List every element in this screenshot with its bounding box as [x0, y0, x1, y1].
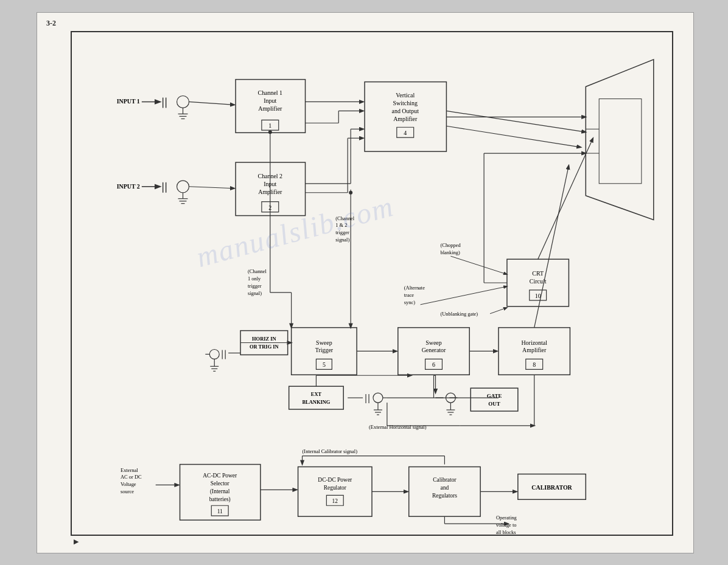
svg-text:source: source: [121, 488, 134, 494]
svg-text:voltage to: voltage to: [496, 522, 517, 528]
svg-text:trigger: trigger: [248, 283, 262, 289]
svg-line-70: [189, 102, 234, 105]
svg-text:and Output: and Output: [392, 108, 419, 114]
svg-text:Sweep: Sweep: [425, 339, 442, 346]
svg-text:8: 8: [533, 361, 536, 368]
svg-text:Operating: Operating: [496, 515, 517, 521]
svg-text:signal): signal): [248, 290, 262, 296]
svg-marker-57: [586, 60, 653, 220]
svg-text:Selector: Selector: [211, 480, 230, 487]
svg-point-75: [177, 181, 189, 193]
svg-text:and: and: [441, 485, 449, 491]
svg-rect-51: [409, 467, 480, 517]
svg-point-187: [268, 130, 272, 134]
svg-text:all blocks: all blocks: [496, 529, 516, 535]
svg-line-80: [189, 187, 234, 189]
svg-line-115: [421, 286, 507, 305]
svg-line-111: [450, 256, 507, 274]
svg-text:(Chopped: (Chopped: [440, 242, 461, 248]
diagram-area: manualslib.com Channel 1 Input Amplifier…: [71, 31, 673, 536]
svg-text:External: External: [121, 467, 138, 473]
svg-text:INPUT 2: INPUT 2: [117, 183, 140, 190]
svg-text:11: 11: [217, 508, 223, 515]
page: 3-2 Circuit Description—Type 422 AC-DC F…: [37, 12, 694, 553]
svg-text:BLANKING: BLANKING: [302, 399, 330, 405]
svg-text:1: 1: [268, 122, 271, 129]
svg-text:Amplifier: Amplifier: [258, 105, 282, 112]
svg-text:10: 10: [535, 293, 541, 299]
svg-text:4: 4: [404, 130, 407, 136]
svg-text:Regulators: Regulators: [432, 493, 457, 499]
svg-text:Calibrator: Calibrator: [433, 477, 457, 483]
svg-line-91: [446, 111, 586, 132]
svg-text:trace: trace: [404, 292, 415, 298]
svg-point-141: [373, 393, 383, 403]
svg-text:5: 5: [323, 361, 326, 368]
svg-text:AC-DC Power: AC-DC Power: [203, 473, 237, 479]
svg-rect-135: [289, 386, 344, 409]
svg-text:Trigger: Trigger: [315, 347, 334, 353]
svg-text:trigger: trigger: [335, 229, 349, 235]
svg-text:(External Horizontal signal): (External Horizontal signal): [369, 424, 427, 430]
svg-line-118: [538, 138, 593, 259]
svg-text:INPUT 1: INPUT 1: [117, 98, 140, 105]
svg-text:CRT: CRT: [532, 270, 544, 277]
svg-text:batteries): batteries): [209, 496, 231, 503]
svg-text:Horizontal: Horizontal: [521, 339, 547, 346]
svg-text:DC-DC Power: DC-DC Power: [318, 477, 352, 483]
block-diagram: Channel 1 Input Amplifier 1 Channel 2 In…: [72, 32, 672, 535]
svg-text:EXT: EXT: [311, 391, 322, 397]
svg-text:AC or DC: AC or DC: [121, 474, 142, 480]
svg-text:1 & 2: 1 & 2: [335, 222, 347, 228]
svg-text:OR TRIG IN: OR TRIG IN: [250, 344, 279, 350]
svg-text:Amplifier: Amplifier: [393, 116, 418, 122]
svg-text:Amplifier: Amplifier: [522, 347, 547, 353]
page-number: 3-2: [46, 19, 56, 28]
svg-text:Regulator: Regulator: [324, 485, 347, 491]
svg-text:(Internal: (Internal: [210, 488, 230, 495]
bottom-icon: ▶: [74, 538, 79, 546]
svg-text:Sweep: Sweep: [316, 339, 332, 346]
svg-line-108: [534, 165, 569, 328]
svg-text:12: 12: [332, 498, 338, 504]
svg-point-128: [209, 349, 219, 359]
svg-text:Voltage: Voltage: [121, 481, 136, 487]
svg-text:Channel 1: Channel 1: [258, 89, 283, 96]
svg-rect-149: [471, 388, 518, 411]
svg-line-92: [446, 126, 581, 147]
svg-text:CALIBRATOR: CALIBRATOR: [531, 484, 572, 491]
svg-text:sync): sync): [404, 299, 415, 305]
svg-text:Switching: Switching: [393, 100, 418, 106]
svg-text:signal): signal): [335, 237, 349, 243]
svg-text:HORIZ IN: HORIZ IN: [252, 336, 276, 342]
svg-text:Vertical: Vertical: [396, 92, 415, 99]
svg-text:(Unblanking gate): (Unblanking gate): [440, 311, 478, 317]
svg-text:6: 6: [432, 361, 435, 368]
svg-point-186: [349, 191, 352, 195]
svg-rect-58: [599, 99, 642, 183]
svg-text:blanking): blanking): [440, 249, 460, 255]
svg-rect-46: [298, 467, 372, 517]
svg-text:(Internal Calibrator signal): (Internal Calibrator signal): [303, 448, 358, 454]
svg-text:Generator: Generator: [422, 347, 446, 353]
svg-line-117: [490, 308, 507, 314]
svg-text:(Channel: (Channel: [335, 215, 355, 221]
svg-text:(Channel: (Channel: [248, 268, 267, 274]
svg-text:OUT: OUT: [488, 401, 500, 407]
svg-point-65: [177, 95, 189, 108]
svg-text:(Alternate: (Alternate: [404, 285, 425, 291]
svg-text:Input: Input: [264, 97, 276, 104]
svg-text:1 only: 1 only: [248, 276, 261, 282]
